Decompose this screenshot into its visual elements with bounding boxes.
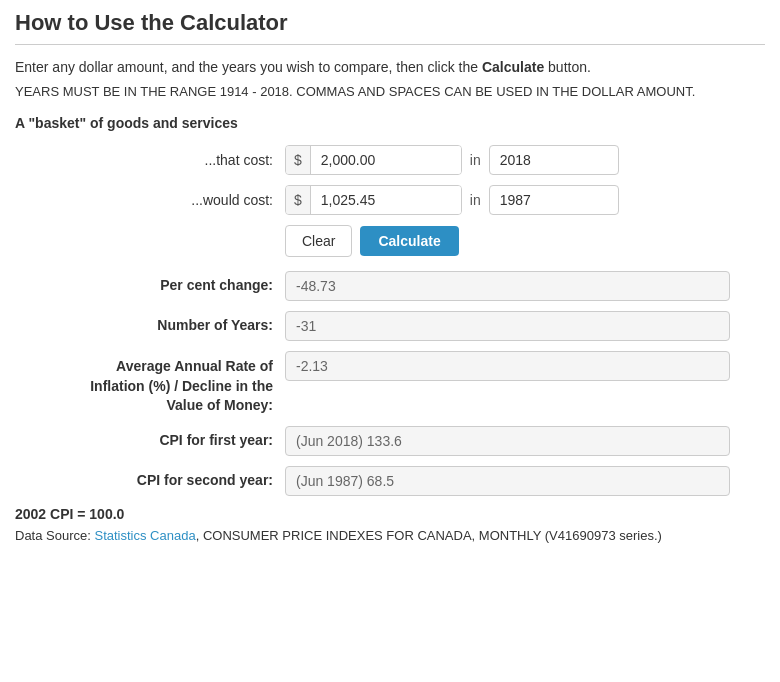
intro-text-before: Enter any dollar amount, and the years y… (15, 59, 482, 75)
intro-text-after: button. (544, 59, 591, 75)
would-cost-amount-input[interactable] (311, 186, 461, 214)
clear-button[interactable]: Clear (285, 225, 352, 257)
num-years-value: -31 (285, 311, 730, 341)
calculator-form: ...that cost: $ in ...would cost: $ in C… (15, 145, 765, 496)
statistics-canada-link[interactable]: Statistics Canada (95, 528, 196, 543)
intro-paragraph: Enter any dollar amount, and the years y… (15, 57, 765, 78)
warning-text: YEARS MUST BE IN THE RANGE 1914 - 2018. … (15, 84, 765, 99)
percent-change-row: Per cent change: -48.73 (15, 271, 765, 301)
cpi-second-value: (Jun 1987) 68.5 (285, 466, 730, 496)
data-source-line: Data Source: Statistics Canada, CONSUMER… (15, 528, 765, 543)
would-cost-label: ...would cost: (15, 192, 285, 208)
inflation-rate-label: Average Annual Rate of Inflation (%) / D… (15, 351, 285, 416)
cpi-first-value: (Jun 2018) 133.6 (285, 426, 730, 456)
currency-symbol-1: $ (286, 146, 311, 174)
currency-symbol-2: $ (286, 186, 311, 214)
num-years-row: Number of Years: -31 (15, 311, 765, 341)
cpi-second-row: CPI for second year: (Jun 1987) 68.5 (15, 466, 765, 496)
that-cost-amount-group: $ (285, 145, 462, 175)
page-title: How to Use the Calculator (15, 10, 765, 45)
would-cost-amount-group: $ (285, 185, 462, 215)
basket-label: A "basket" of goods and services (15, 115, 765, 131)
would-cost-row: ...would cost: $ in (15, 185, 765, 215)
that-cost-year-input[interactable] (489, 145, 619, 175)
source-suffix: , CONSUMER PRICE INDEXES FOR CANADA, MON… (196, 528, 662, 543)
in-label-2: in (470, 192, 481, 208)
that-cost-row: ...that cost: $ in (15, 145, 765, 175)
that-cost-label: ...that cost: (15, 152, 285, 168)
in-label-1: in (470, 152, 481, 168)
num-years-label: Number of Years: (15, 311, 285, 333)
cpi-note: 2002 CPI = 100.0 (15, 506, 765, 522)
cpi-second-label: CPI for second year: (15, 466, 285, 488)
inflation-rate-row: Average Annual Rate of Inflation (%) / D… (15, 351, 765, 416)
intro-calculate-bold: Calculate (482, 59, 544, 75)
source-prefix: Data Source: (15, 528, 95, 543)
percent-change-value: -48.73 (285, 271, 730, 301)
would-cost-year-input[interactable] (489, 185, 619, 215)
button-row: Clear Calculate (285, 225, 765, 257)
percent-change-label: Per cent change: (15, 271, 285, 293)
cpi-first-label: CPI for first year: (15, 426, 285, 448)
cpi-first-row: CPI for first year: (Jun 2018) 133.6 (15, 426, 765, 456)
calculate-button[interactable]: Calculate (360, 226, 458, 256)
that-cost-amount-input[interactable] (311, 146, 461, 174)
inflation-rate-value: -2.13 (285, 351, 730, 381)
